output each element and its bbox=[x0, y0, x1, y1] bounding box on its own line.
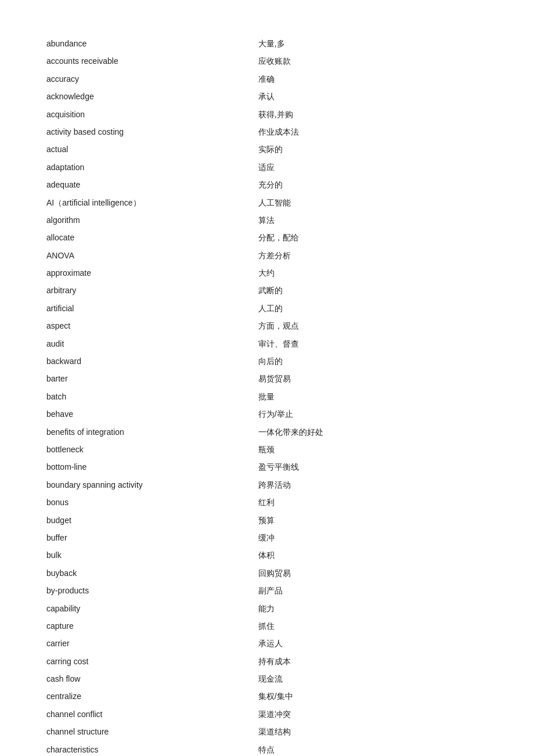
list-item: acknowledge承认 bbox=[46, 88, 488, 105]
chinese-translation: 向后的 bbox=[258, 352, 488, 370]
list-item: accounts receivable应收账款 bbox=[46, 52, 488, 70]
list-item: AI（artificial intelligence）人工智能 bbox=[46, 194, 488, 211]
english-term: capture bbox=[46, 617, 258, 635]
list-item: boundary spanning activity跨界活动 bbox=[46, 476, 488, 494]
english-term: bulk bbox=[46, 546, 258, 564]
vocabulary-table: abundance大量,多accounts receivable应收账款accu… bbox=[46, 35, 488, 756]
list-item: arbitrary武断的 bbox=[46, 282, 488, 299]
chinese-translation: 跨界活动 bbox=[258, 476, 488, 494]
chinese-translation: 承认 bbox=[258, 88, 488, 105]
chinese-translation: 一体化带来的好处 bbox=[258, 423, 488, 441]
english-term: budget bbox=[46, 512, 258, 529]
list-item: carrier承运人 bbox=[46, 635, 488, 652]
english-term: arbitrary bbox=[46, 282, 258, 299]
chinese-translation: 抓住 bbox=[258, 617, 488, 635]
english-term: actual bbox=[46, 141, 258, 158]
english-term: ANOVA bbox=[46, 247, 258, 264]
list-item: budget预算 bbox=[46, 512, 488, 529]
chinese-translation: 人工的 bbox=[258, 300, 488, 317]
english-term: abundance bbox=[46, 35, 258, 52]
english-term: artificial bbox=[46, 300, 258, 317]
chinese-translation: 渠道冲突 bbox=[258, 705, 488, 723]
list-item: approximate大约 bbox=[46, 264, 488, 282]
chinese-translation: 缓冲 bbox=[258, 529, 488, 546]
chinese-translation: 人工智能 bbox=[258, 194, 488, 211]
english-term: allocate bbox=[46, 229, 258, 246]
chinese-translation: 作业成本法 bbox=[258, 123, 488, 141]
chinese-translation: 现金流 bbox=[258, 670, 488, 687]
chinese-translation: 持有成本 bbox=[258, 653, 488, 670]
list-item: capture抓住 bbox=[46, 617, 488, 635]
list-item: bonus红利 bbox=[46, 494, 488, 511]
english-term: cash flow bbox=[46, 670, 258, 687]
chinese-translation: 特点 bbox=[258, 741, 488, 756]
list-item: channel structure渠道结构 bbox=[46, 723, 488, 740]
chinese-translation: 充分的 bbox=[258, 176, 488, 193]
chinese-translation: 方面，观点 bbox=[258, 317, 488, 334]
chinese-translation: 方差分析 bbox=[258, 247, 488, 264]
chinese-translation: 回购贸易 bbox=[258, 564, 488, 582]
english-term: bottleneck bbox=[46, 441, 258, 458]
chinese-translation: 体积 bbox=[258, 546, 488, 564]
chinese-translation: 易货贸易 bbox=[258, 370, 488, 387]
english-term: channel structure bbox=[46, 723, 258, 740]
english-term: capability bbox=[46, 600, 258, 617]
list-item: audit审计、督查 bbox=[46, 335, 488, 352]
chinese-translation: 预算 bbox=[258, 512, 488, 529]
chinese-translation: 算法 bbox=[258, 211, 488, 229]
english-term: acknowledge bbox=[46, 88, 258, 105]
english-term: centralize bbox=[46, 687, 258, 705]
english-term: audit bbox=[46, 335, 258, 352]
list-item: artificial人工的 bbox=[46, 300, 488, 317]
english-term: acquisition bbox=[46, 106, 258, 123]
english-term: bottom-line bbox=[46, 458, 258, 476]
english-term: buyback bbox=[46, 564, 258, 582]
chinese-translation: 承运人 bbox=[258, 635, 488, 652]
chinese-translation: 适应 bbox=[258, 159, 488, 176]
english-term: approximate bbox=[46, 264, 258, 282]
english-term: buffer bbox=[46, 529, 258, 546]
list-item: channel conflict渠道冲突 bbox=[46, 705, 488, 723]
english-term: barter bbox=[46, 370, 258, 387]
list-item: cash flow现金流 bbox=[46, 670, 488, 687]
list-item: behave行为/举止 bbox=[46, 405, 488, 423]
list-item: adequate充分的 bbox=[46, 176, 488, 193]
english-term: aspect bbox=[46, 317, 258, 334]
list-item: backward向后的 bbox=[46, 352, 488, 370]
english-term: AI（artificial intelligence） bbox=[46, 194, 258, 211]
english-term: benefits of integration bbox=[46, 423, 258, 441]
english-term: behave bbox=[46, 405, 258, 423]
english-term: activity based costing bbox=[46, 123, 258, 141]
english-term: channel conflict bbox=[46, 705, 258, 723]
list-item: buffer缓冲 bbox=[46, 529, 488, 546]
chinese-translation: 渠道结构 bbox=[258, 723, 488, 740]
english-term: carrier bbox=[46, 635, 258, 652]
english-term: algorithm bbox=[46, 211, 258, 229]
list-item: capability能力 bbox=[46, 600, 488, 617]
list-item: centralize集权/集中 bbox=[46, 687, 488, 705]
english-term: adaptation bbox=[46, 159, 258, 176]
list-item: benefits of integration一体化带来的好处 bbox=[46, 423, 488, 441]
english-term: accounts receivable bbox=[46, 52, 258, 70]
list-item: bulk体积 bbox=[46, 546, 488, 564]
chinese-translation: 行为/举止 bbox=[258, 405, 488, 423]
list-item: abundance大量,多 bbox=[46, 35, 488, 52]
chinese-translation: 集权/集中 bbox=[258, 687, 488, 705]
list-item: adaptation适应 bbox=[46, 159, 488, 176]
list-item: barter易货贸易 bbox=[46, 370, 488, 387]
chinese-translation: 瓶颈 bbox=[258, 441, 488, 458]
chinese-translation: 盈亏平衡线 bbox=[258, 458, 488, 476]
english-term: accuracy bbox=[46, 70, 258, 88]
chinese-translation: 获得,并购 bbox=[258, 106, 488, 123]
english-term: adequate bbox=[46, 176, 258, 193]
list-item: actual实际的 bbox=[46, 141, 488, 158]
list-item: aspect方面，观点 bbox=[46, 317, 488, 334]
english-term: by-products bbox=[46, 582, 258, 599]
chinese-translation: 应收账款 bbox=[258, 52, 488, 70]
list-item: by-products副产品 bbox=[46, 582, 488, 599]
chinese-translation: 审计、督查 bbox=[258, 335, 488, 352]
list-item: bottom-line盈亏平衡线 bbox=[46, 458, 488, 476]
english-term: characteristics bbox=[46, 741, 258, 756]
list-item: algorithm算法 bbox=[46, 211, 488, 229]
chinese-translation: 批量 bbox=[258, 388, 488, 405]
